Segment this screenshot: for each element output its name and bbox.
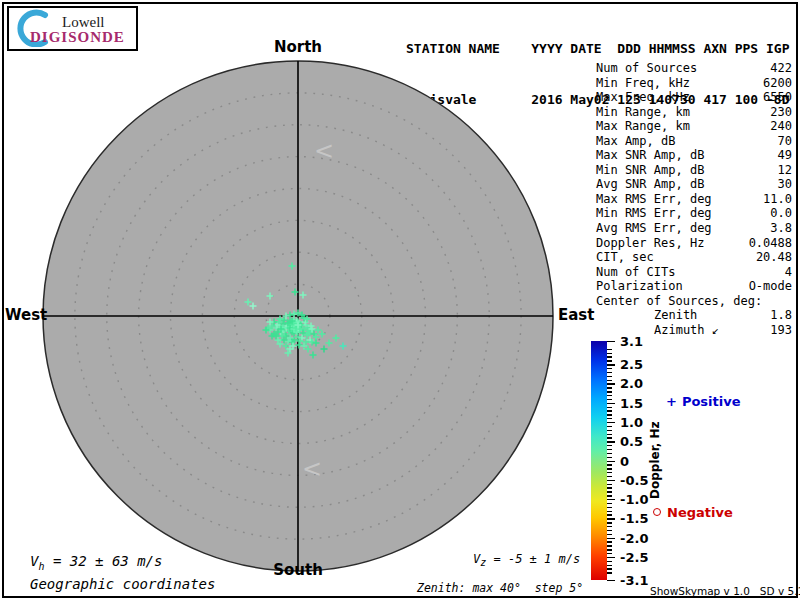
colorbar-minor-tick	[607, 453, 612, 454]
horizontal-velocity-readout: Vh = 32 ± 63 m/s	[30, 553, 162, 572]
colorbar-major-tick	[607, 580, 615, 581]
stat-label: Avg SNR Amp, dB	[596, 177, 704, 192]
colorbar-major-tick	[607, 461, 615, 462]
colorbar-minor-tick	[607, 514, 612, 515]
stat-row: Max Range, km240	[596, 119, 792, 134]
stat-value: 1.8	[770, 308, 792, 323]
logo-text-digisonde: DIGISONDE	[30, 29, 125, 46]
colorbar-minor-tick	[607, 572, 612, 573]
colorbar-major-tick	[607, 480, 615, 481]
lowell-digisonde-logo: Lowell DIGISONDE	[7, 6, 138, 51]
colorbar-minor-tick	[607, 568, 612, 569]
colorbar-tick-label: 0.5	[620, 435, 643, 448]
stat-row: Max RMS Err, deg11.0	[596, 192, 792, 207]
colorbar-tick-label: -0.5	[620, 473, 648, 486]
colorbar-minor-tick	[607, 545, 612, 546]
measurement-stats-panel: Num of Sources422Min Freq, kHz6200Max Fr…	[596, 61, 792, 337]
stat-value: 230	[770, 105, 792, 120]
chevron-mark: <	[314, 137, 334, 165]
colorbar-minor-tick	[607, 487, 612, 488]
stat-label: Max SNR Amp, dB	[596, 148, 704, 163]
doppler-colorbar	[591, 341, 607, 580]
colorbar-minor-tick	[607, 407, 612, 408]
stat-label: Num of CITs	[596, 265, 675, 280]
stat-row: Avg RMS Err, deg3.8	[596, 221, 792, 236]
colorbar-minor-tick	[607, 526, 612, 527]
direction-label-west: West	[5, 306, 47, 324]
colorbar-axis-title: Doppler, Hz	[648, 421, 662, 499]
colorbar-minor-tick	[607, 356, 612, 357]
stat-value: 30	[778, 177, 792, 192]
stat-value: 422	[770, 61, 792, 76]
colorbar-minor-tick	[607, 553, 612, 554]
direction-label-north: North	[274, 38, 322, 56]
colorbar-minor-tick	[607, 353, 612, 354]
colorbar-major-tick	[607, 538, 615, 539]
stat-label: Polarization	[596, 279, 683, 294]
colorbar-minor-tick	[607, 434, 612, 435]
colorbar-tick-label: 1.0	[620, 415, 643, 428]
colorbar-minor-tick	[607, 457, 612, 458]
stat-row: Num of CITs4	[596, 265, 792, 280]
colorbar-tick-label: 1.5	[620, 396, 643, 409]
stat-row: Avg SNR Amp, dB30	[596, 177, 792, 192]
stat-label: Zenith	[596, 308, 697, 323]
colorbar-minor-tick	[607, 534, 612, 535]
colorbar-major-tick	[607, 383, 615, 384]
circle-marker-icon	[653, 508, 661, 516]
colorbar-minor-tick	[607, 565, 612, 566]
colorbar-tick-label: 2.0	[620, 377, 643, 390]
colorbar-tick-label: -2.5	[620, 550, 648, 563]
stat-label: Min Freq, kHz	[596, 76, 690, 91]
stat-label: Azimuth ↙	[596, 323, 719, 338]
stat-label: Min Range, km	[596, 105, 690, 120]
colorbar-tick-label: -1.0	[620, 493, 648, 506]
colorbar-minor-tick	[607, 387, 612, 388]
colorbar-minor-tick	[607, 349, 612, 350]
colorbar-minor-tick	[607, 541, 612, 542]
colorbar-minor-tick	[607, 530, 612, 531]
stat-value: 6200	[763, 76, 792, 91]
stat-row: Min SNR Amp, dB12	[596, 163, 792, 178]
colorbar-minor-tick	[607, 395, 612, 396]
colorbar-major-tick	[607, 441, 615, 442]
stat-value: 0.0488	[749, 236, 792, 251]
colorbar-major-tick	[607, 499, 615, 500]
stat-row: Min RMS Err, deg0.0	[596, 206, 792, 221]
stat-row: Center of Sources, deg:	[596, 294, 792, 309]
stat-value: 240	[770, 119, 792, 134]
colorbar-minor-tick	[607, 503, 612, 504]
stat-row: Max Amp, dB70	[596, 134, 792, 149]
colorbar-minor-tick	[607, 426, 612, 427]
stat-value: O-mode	[749, 279, 792, 294]
colorbar-major-tick	[607, 364, 615, 365]
coordinates-note: Geographic coordinates	[30, 576, 215, 592]
colorbar-major-tick	[607, 403, 615, 404]
stat-value: 6550	[763, 90, 792, 105]
colorbar-major-tick	[607, 557, 615, 558]
stat-label: Max Amp, dB	[596, 134, 675, 149]
stat-label: Doppler Res, Hz	[596, 236, 704, 251]
colorbar-major-tick	[607, 341, 615, 342]
stat-value: 49	[778, 148, 792, 163]
stat-label: Num of Sources	[596, 61, 697, 76]
stat-label: CIT, sec	[596, 250, 654, 265]
chevron-mark: <	[302, 455, 322, 483]
stat-label: Center of Sources, deg:	[596, 294, 762, 309]
colorbar-minor-tick	[607, 418, 612, 419]
colorbar-tick-label: 3.1	[620, 335, 643, 348]
colorbar-tick-label: -1.5	[620, 512, 648, 525]
stat-row: Doppler Res, Hz0.0488	[596, 236, 792, 251]
software-version: ShowSkymap v 1.0 SD v 5.1	[650, 585, 800, 597]
header-column-titles: STATION NAME YYYY DATE DDD HHMMSS AXN PP…	[406, 40, 790, 57]
colorbar-minor-tick	[607, 437, 612, 438]
stat-value: 11.0	[763, 192, 792, 207]
stat-value: 3.8	[770, 221, 792, 236]
stat-label: Min RMS Err, deg	[596, 206, 712, 221]
stat-row: Num of Sources422	[596, 61, 792, 76]
colorbar-tick-label: 2.5	[620, 358, 643, 371]
stat-value: 193	[770, 323, 792, 338]
direction-label-south: South	[273, 561, 323, 579]
stat-value: 0.0	[770, 206, 792, 221]
stat-row: Max Freq, kHz6550	[596, 90, 792, 105]
